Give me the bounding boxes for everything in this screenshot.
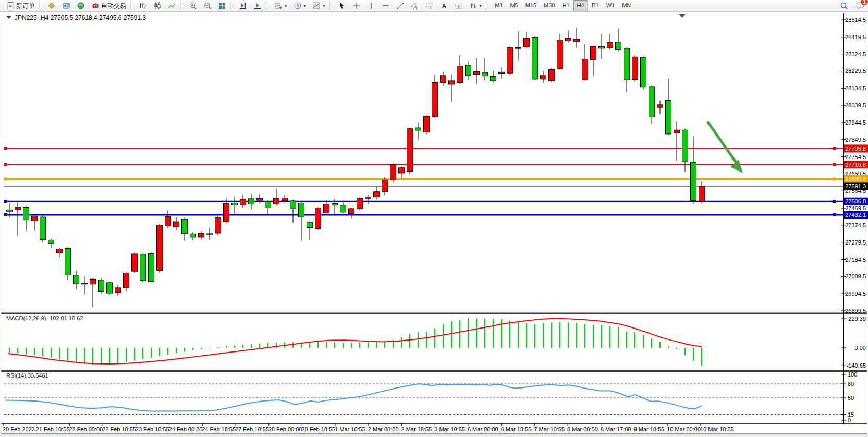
- chart-window[interactable]: JPN225-,H4 27505.5 27618.4 27495.6 27591…: [0, 11, 868, 437]
- zoom-in-button[interactable]: [186, 0, 200, 11]
- fibonacci-icon: F: [425, 2, 434, 10]
- price-tick: 26899.5: [845, 308, 866, 314]
- new-chart-button[interactable]: ▾: [272, 0, 290, 11]
- periods-button[interactable]: ▾: [291, 0, 309, 11]
- time-tick: 24 Feb 18:55: [202, 426, 236, 432]
- timeframe-d1-button[interactable]: D1: [588, 0, 603, 11]
- chart-shift-icon: [239, 2, 247, 10]
- search-button[interactable]: [837, 0, 851, 11]
- dropdown-caret[interactable]: ▾: [285, 3, 287, 8]
- timeframe-h1-button[interactable]: H1: [559, 0, 573, 11]
- arrows-button[interactable]: ▾: [467, 0, 485, 11]
- time-tick: 27 Feb 10:55: [235, 426, 269, 432]
- candlestick-chart-button[interactable]: [151, 0, 164, 11]
- equidistant-channel-button[interactable]: E: [408, 0, 422, 11]
- candle-body: [140, 254, 146, 281]
- candle-body: [557, 40, 563, 69]
- svg-text:27506.8: 27506.8: [845, 198, 866, 204]
- candle-body: [190, 234, 196, 237]
- hline-endpoint[interactable]: [4, 163, 7, 166]
- toolbar-separator: [180, 2, 185, 10]
- time-tick: 10 Mar 18:55: [700, 426, 734, 432]
- candle-body: [40, 217, 46, 239]
- timeframe-m1-button[interactable]: M1: [491, 0, 506, 11]
- macd-axis-tick: -140.65: [847, 362, 866, 369]
- line-chart-button[interactable]: [165, 0, 179, 11]
- chart-shift-button[interactable]: [236, 0, 250, 11]
- candle-body: [182, 219, 188, 233]
- navigator-button[interactable]: [74, 0, 88, 11]
- price-tick: 27089.5: [845, 273, 866, 280]
- dropdown-caret[interactable]: ▾: [304, 3, 307, 8]
- candle-body: [274, 198, 279, 204]
- candle-body: [32, 216, 38, 221]
- candle-body: [23, 208, 29, 220]
- crosshair-button[interactable]: [350, 0, 363, 11]
- vertical-line-button[interactable]: [364, 0, 378, 11]
- templates-button[interactable]: ▾: [310, 0, 328, 11]
- toolbar-separator: [130, 2, 135, 10]
- candle-body: [599, 46, 605, 48]
- time-tick: 7 Mar 10:55: [534, 426, 565, 432]
- timeframe-w1-button[interactable]: W1: [603, 0, 619, 11]
- text-icon: A: [440, 2, 448, 10]
- dropdown-caret[interactable]: ▾: [480, 3, 482, 8]
- auto-scroll-icon: [253, 2, 262, 10]
- candle-body: [491, 77, 496, 81]
- candle-body: [466, 65, 471, 76]
- text-label-button[interactable]: T: [452, 0, 466, 11]
- fibonacci-button[interactable]: F: [423, 0, 436, 11]
- bar-chart-button[interactable]: [136, 0, 150, 11]
- price-tick: 27184.5: [845, 257, 866, 263]
- auto-scroll-button[interactable]: [251, 0, 264, 11]
- rsi-axis-tick: 80: [848, 381, 854, 387]
- hline-endpoint[interactable]: [833, 177, 836, 180]
- candle-body: [666, 101, 671, 134]
- candle-body: [282, 198, 288, 201]
- market-watch-button[interactable]: [45, 0, 58, 11]
- cursor-button[interactable]: [335, 0, 349, 11]
- time-tick: 2 Mar 18:55: [401, 426, 432, 432]
- text-button[interactable]: A: [437, 0, 451, 11]
- hline-endpoint[interactable]: [4, 200, 7, 203]
- arrows-icon: [469, 2, 478, 10]
- hline-endpoint[interactable]: [833, 200, 836, 203]
- timeframe-m15-button[interactable]: M15: [522, 0, 540, 11]
- candle-body: [374, 192, 380, 197]
- hline-endpoint[interactable]: [4, 213, 7, 216]
- horizontal-line-button[interactable]: [379, 0, 393, 11]
- time-tick: 8 Mar 00:00: [567, 426, 598, 432]
- time-tick: 24 Feb 00:00: [169, 426, 203, 432]
- hline-endpoint[interactable]: [833, 163, 836, 166]
- trendline-button[interactable]: [394, 0, 407, 11]
- cursor-icon: [338, 2, 346, 10]
- dropdown-caret[interactable]: ▾: [323, 3, 325, 8]
- candle-body: [232, 203, 238, 205]
- candle-body: [199, 233, 204, 237]
- timeframe-h4-button[interactable]: H4: [573, 0, 588, 11]
- candle-body: [591, 46, 596, 60]
- hline-endpoint[interactable]: [4, 147, 7, 150]
- new-order-button[interactable]: 新订单: [4, 0, 38, 11]
- line-chart-icon: [168, 2, 176, 10]
- hline-endpoint[interactable]: [4, 177, 7, 180]
- timeframe-m30-button[interactable]: M30: [540, 0, 558, 11]
- candle-body: [165, 216, 171, 226]
- zoom-out-button[interactable]: [201, 0, 214, 11]
- timeframe-mn-button[interactable]: MN: [618, 0, 634, 11]
- timeframe-m5-button[interactable]: M5: [506, 0, 521, 11]
- data-window-button[interactable]: [59, 0, 73, 11]
- candle-body: [115, 288, 121, 293]
- candle-body: [340, 205, 346, 212]
- autotrading-button[interactable]: 自动交易: [89, 0, 129, 11]
- hline-endpoint[interactable]: [833, 147, 836, 150]
- candle-body: [649, 87, 655, 117]
- macd-axis-tick: 0.00: [855, 345, 866, 351]
- price-chart-canvas[interactable]: JPN225-,H4 27505.5 27618.4 27495.6 27591…: [0, 11, 868, 437]
- hline-endpoint[interactable]: [833, 213, 836, 216]
- time-tick: 1 Mar 10:55: [335, 426, 365, 432]
- candle-body: [582, 59, 588, 80]
- notifications-button[interactable]: 1: [855, 1, 865, 11]
- candle-body: [7, 210, 13, 211]
- tile-windows-button[interactable]: [215, 0, 229, 11]
